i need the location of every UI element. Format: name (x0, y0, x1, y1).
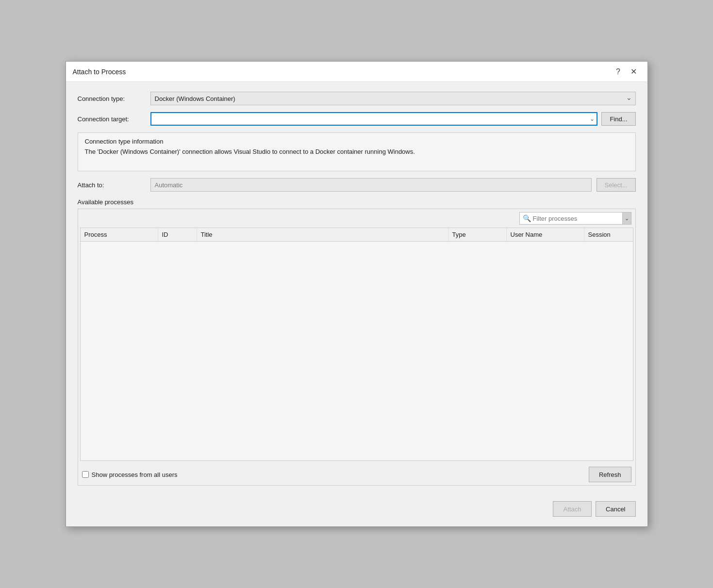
available-processes-label: Available processes (78, 198, 636, 206)
available-processes-section: Available processes 🔍 ⌄ Process ID Titl (78, 198, 636, 486)
refresh-button[interactable]: Refresh (589, 467, 631, 482)
attach-to-process-dialog: Attach to Process ? ✕ Connection type: D… (66, 61, 648, 527)
col-username: User Name (507, 228, 584, 241)
filter-wrapper: 🔍 ⌄ (519, 212, 631, 225)
title-bar: Attach to Process ? ✕ (66, 62, 647, 82)
title-bar-controls: ? ✕ (612, 65, 641, 79)
connection-target-control: ⌄ Find... (150, 112, 636, 126)
find-button[interactable]: Find... (601, 112, 635, 126)
connection-type-select[interactable]: Docker (Windows Container) Default SSH (150, 92, 636, 105)
select-button[interactable]: Select... (597, 178, 636, 192)
bottom-controls: Show processes from all users Refresh (78, 463, 635, 485)
col-session: Session (584, 228, 633, 241)
cancel-button[interactable]: Cancel (596, 501, 635, 517)
connection-type-select-wrapper: Docker (Windows Container) Default SSH (150, 92, 636, 105)
connection-target-label: Connection target: (78, 115, 146, 123)
attach-to-input[interactable] (150, 178, 592, 192)
dialog-body: Connection type: Docker (Windows Contain… (66, 82, 647, 495)
info-box-text: The 'Docker (Windows Container)' connect… (85, 148, 629, 155)
col-process: Process (81, 228, 158, 241)
show-all-users-text: Show processes from all users (92, 471, 178, 478)
filter-bar: 🔍 ⌄ (78, 209, 635, 228)
filter-dropdown-button[interactable]: ⌄ (622, 212, 631, 224)
dialog-footer: Attach Cancel (66, 495, 647, 526)
process-table: Process ID Title Type User Name Session (80, 228, 633, 461)
connection-target-input-wrapper: ⌄ (150, 112, 598, 126)
show-all-users-label[interactable]: Show processes from all users (82, 471, 178, 478)
attach-to-row: Attach to: Select... (78, 178, 636, 192)
dialog-title: Attach to Process (73, 68, 126, 76)
connection-type-label: Connection type: (78, 95, 146, 102)
connection-info-box: Connection type information The 'Docker … (78, 132, 636, 171)
info-box-title: Connection type information (85, 138, 629, 145)
attach-button[interactable]: Attach (553, 501, 592, 517)
filter-processes-input[interactable] (533, 215, 620, 222)
close-button[interactable]: ✕ (627, 65, 641, 79)
col-type: Type (448, 228, 507, 241)
connection-target-row: Connection target: ⌄ Find... (78, 112, 636, 126)
table-header: Process ID Title Type User Name Session (81, 228, 633, 242)
show-all-users-checkbox[interactable] (82, 471, 89, 478)
connection-type-row: Connection type: Docker (Windows Contain… (78, 92, 636, 105)
col-title: Title (197, 228, 448, 241)
help-button[interactable]: ? (612, 65, 625, 79)
attach-to-label: Attach to: (78, 181, 146, 189)
table-body (81, 242, 633, 436)
col-id: ID (158, 228, 197, 241)
search-icon: 🔍 (523, 214, 531, 222)
title-bar-left: Attach to Process (73, 68, 126, 76)
connection-target-input[interactable] (150, 112, 598, 126)
connection-type-control: Docker (Windows Container) Default SSH (150, 92, 636, 105)
processes-panel: 🔍 ⌄ Process ID Title Type User Name Sess… (78, 209, 636, 486)
